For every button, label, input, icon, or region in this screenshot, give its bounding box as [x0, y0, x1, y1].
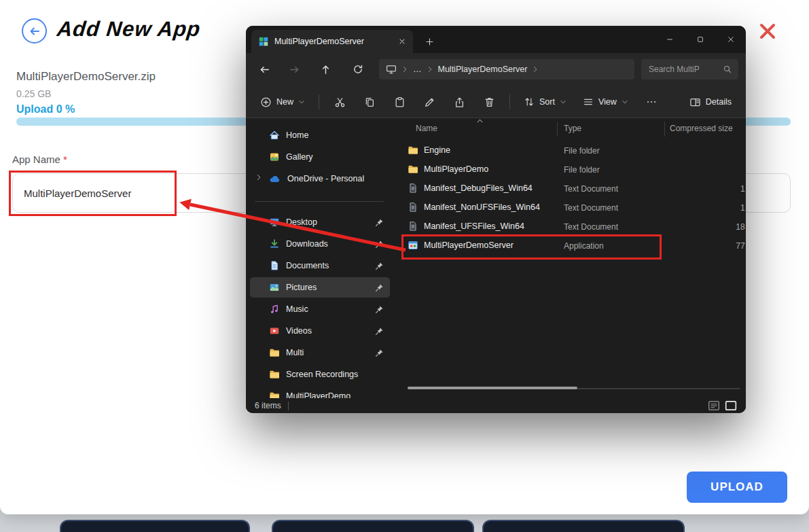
pin-icon: [375, 240, 384, 249]
details-view-icon[interactable]: [708, 400, 720, 411]
folder-icon: [269, 369, 280, 380]
details-button[interactable]: Details: [683, 92, 738, 113]
chevron-down-icon: [560, 99, 567, 105]
horizontal-scrollbar-thumb[interactable]: [408, 387, 577, 389]
new-tab-button[interactable]: [421, 33, 437, 50]
view-button[interactable]: View: [577, 92, 634, 112]
sidebar-item-gallery[interactable]: Gallery: [250, 147, 390, 167]
app-name-label: App Name *: [12, 154, 67, 165]
column-divider[interactable]: [664, 122, 665, 137]
file-row-multiplayerdemo[interactable]: MultiPlayerDemo File folder: [398, 160, 746, 179]
search-input[interactable]: [647, 64, 719, 75]
sidebar-item-label: Screen Recordings: [286, 370, 358, 379]
sidebar-item-label: MultiPlayerDemo: [286, 391, 350, 398]
sidebar-item-multi[interactable]: Multi: [250, 342, 390, 363]
file-type: File folder: [564, 146, 600, 156]
copy-icon: [364, 96, 376, 108]
search-icon: [723, 65, 732, 74]
desktop-icon: [269, 217, 280, 228]
sort-button[interactable]: Sort: [518, 92, 573, 112]
sidebar-item-screen-recordings[interactable]: Screen Recordings: [250, 364, 390, 385]
text-document-icon: [408, 202, 418, 213]
more-options-button[interactable]: [639, 90, 664, 113]
ellipsis-icon: [646, 96, 657, 107]
window-close-icon: [727, 35, 735, 43]
music-icon: [269, 304, 280, 315]
paste-button[interactable]: [386, 90, 412, 113]
pin-icon: [375, 305, 384, 314]
new-button-label: New: [276, 97, 293, 107]
search-box[interactable]: [641, 59, 738, 79]
folder-icon: [408, 164, 418, 175]
background-card: [482, 520, 685, 532]
nav-forward-button[interactable]: [284, 59, 304, 79]
file-row-manifest-debugfiles[interactable]: Manifest_DebugFiles_Win64 Text Document …: [398, 179, 746, 198]
maximize-button[interactable]: [685, 26, 715, 53]
file-name: Manifest_UFSFiles_Win64: [424, 221, 524, 231]
file-size: 1 KB: [656, 203, 746, 213]
rename-icon: [424, 96, 435, 108]
home-icon: [269, 130, 280, 141]
window-close-button[interactable]: [715, 26, 746, 53]
sidebar-item-label: Multi: [286, 348, 304, 357]
text-document-icon: [408, 221, 418, 232]
expand-chevron-icon[interactable]: [255, 174, 262, 181]
sidebar-item-multiplayerdemo[interactable]: MultiPlayerDemo: [250, 386, 390, 398]
back-button[interactable]: [22, 18, 47, 43]
details-pane-icon: [689, 96, 701, 108]
sidebar-item-home[interactable]: Home: [250, 125, 390, 145]
column-header-compressed-size[interactable]: Compressed size: [670, 124, 733, 136]
column-header-name[interactable]: Name: [416, 124, 437, 136]
documents-icon: [269, 260, 280, 271]
large-thumbnail-view-icon[interactable]: [725, 400, 737, 411]
file-row-manifest-ufsfiles[interactable]: Manifest_UFSFiles_Win64 Text Document 18…: [398, 217, 746, 236]
folder-icon: [269, 391, 280, 398]
file-size: 1 KB: [656, 184, 746, 194]
cut-button[interactable]: [327, 90, 353, 113]
new-button[interactable]: New: [254, 92, 311, 113]
sidebar-item-pictures[interactable]: Pictures: [250, 277, 390, 298]
file-type: Text Document: [564, 184, 618, 194]
file-type: Text Document: [564, 203, 618, 213]
upload-button[interactable]: UPLOAD: [687, 472, 787, 503]
sort-icon: [524, 96, 535, 107]
cut-icon: [334, 96, 346, 108]
sidebar-item-documents[interactable]: Documents: [250, 255, 390, 276]
minimize-button[interactable]: [654, 26, 685, 53]
explorer-tab[interactable]: MultiPlayerDemoServer: [251, 30, 413, 53]
paste-icon: [394, 96, 406, 108]
breadcrumb-ellipsis[interactable]: …: [413, 65, 422, 74]
pin-icon: [375, 283, 384, 292]
back-arrow-icon: [28, 24, 41, 38]
window-controls: [654, 26, 746, 53]
file-row-manifest-nonufsfiles[interactable]: Manifest_NonUFSFiles_Win64 Text Document…: [398, 198, 746, 217]
close-icon[interactable]: [758, 22, 777, 41]
address-bar[interactable]: … MultiPlayerDemoServer: [379, 59, 634, 79]
sidebar-item-label: Desktop: [286, 217, 317, 227]
column-divider[interactable]: [557, 122, 558, 137]
sidebar-item-downloads[interactable]: Downloads: [250, 234, 390, 254]
nav-up-button[interactable]: [315, 59, 336, 79]
new-plus-icon: [260, 96, 272, 108]
sidebar-item-label: Home: [286, 130, 308, 140]
copy-button[interactable]: [357, 90, 382, 113]
annotation-rect-app-name: [9, 171, 177, 216]
share-button[interactable]: [446, 90, 472, 113]
refresh-button[interactable]: [348, 59, 368, 79]
file-row-engine[interactable]: Engine File folder: [398, 141, 746, 160]
nav-back-button[interactable]: [254, 59, 274, 79]
column-header-type[interactable]: Type: [564, 124, 581, 136]
delete-button[interactable]: [476, 90, 502, 113]
tab-close-icon[interactable]: [398, 37, 406, 46]
sidebar-item-music[interactable]: Music: [250, 299, 390, 319]
rename-button[interactable]: [416, 90, 442, 113]
tab-folder-icon: [258, 36, 269, 47]
share-icon: [454, 96, 465, 108]
downloads-icon: [269, 238, 280, 249]
chevron-down-icon: [622, 99, 628, 105]
sidebar-item-onedrive[interactable]: OneDrive - Personal: [250, 169, 390, 189]
text-document-icon: [408, 183, 418, 194]
breadcrumb-current[interactable]: MultiPlayerDemoServer: [438, 65, 528, 74]
sidebar-item-desktop[interactable]: Desktop: [250, 212, 390, 232]
sidebar-item-videos[interactable]: Videos: [250, 321, 390, 341]
